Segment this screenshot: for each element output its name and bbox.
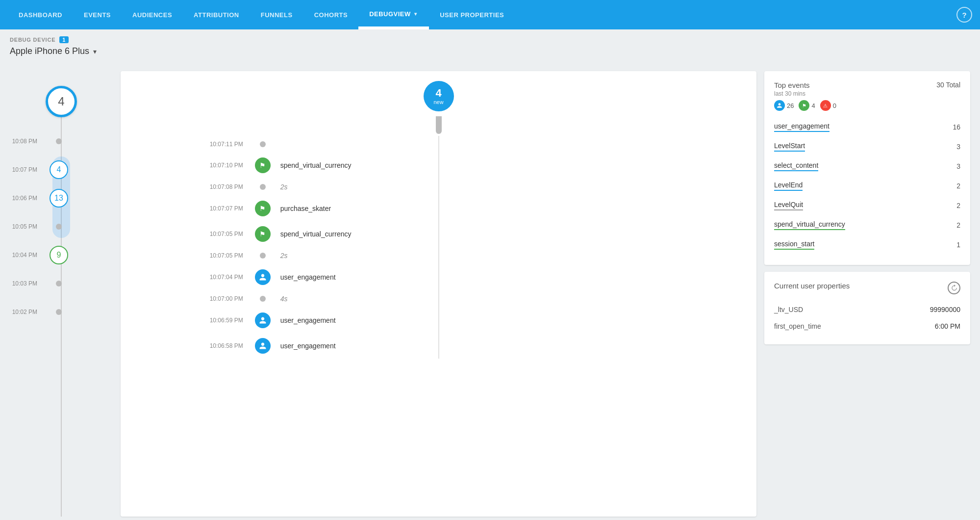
event-row-1[interactable]: 10:07:10 PM ⚑ spend_virtual_currency bbox=[184, 153, 693, 178]
event-row-5: 10:07:05 PM 2s bbox=[184, 247, 693, 264]
top-events-subtitle: last 30 mins bbox=[774, 90, 836, 97]
event-gap-2: 2s bbox=[273, 183, 288, 191]
dot-1002 bbox=[44, 309, 74, 315]
event-icon-2 bbox=[253, 184, 273, 190]
event-icon-8 bbox=[253, 312, 273, 328]
event-icon-3: ⚑ bbox=[253, 226, 273, 242]
event-icon-4: ⚑ bbox=[253, 201, 273, 216]
dot-1008 bbox=[44, 138, 74, 144]
top-event-count-0: 16 bbox=[953, 123, 960, 131]
top-events-header: Top events last 30 mins 26 ⚑ 4 bbox=[774, 81, 960, 111]
nav-audiences[interactable]: AUDIENCES bbox=[122, 0, 183, 29]
timeline-left: 4 10:08 PM 10:07 PM 4 bbox=[10, 71, 113, 517]
event-row-7: 10:07:00 PM 4s bbox=[184, 290, 693, 308]
time-1005: 10:05 PM bbox=[10, 224, 44, 230]
event-gap-5: 2s bbox=[273, 252, 288, 260]
new-bubble: 4 new bbox=[424, 81, 454, 111]
top-event-2[interactable]: select_content 3 bbox=[774, 157, 960, 177]
event-row-6[interactable]: 10:07:04 PM user_engagement bbox=[184, 264, 693, 290]
new-count: 4 bbox=[435, 87, 441, 99]
user-prop-0: _ltv_USD 99990000 bbox=[774, 301, 960, 318]
nav-events[interactable]: EVENTS bbox=[73, 0, 122, 29]
history-icon[interactable] bbox=[948, 282, 960, 294]
time-1007: 10:07 PM bbox=[10, 167, 44, 173]
center-panel[interactable]: 4 new 10:07:11 PM 10:07:10 PM ⚑ s bbox=[121, 71, 756, 517]
top-event-name-0: user_engagement bbox=[774, 122, 829, 132]
event-row-9[interactable]: 10:06:58 PM user_engagement bbox=[184, 333, 693, 359]
user-props-header: Current user properties bbox=[774, 282, 960, 294]
blue-person-icon-6 bbox=[255, 269, 271, 285]
nav-dashboard[interactable]: DASHBOARD bbox=[8, 0, 73, 29]
top-event-0[interactable]: user_engagement 16 bbox=[774, 118, 960, 137]
badge-blue: 26 bbox=[774, 100, 794, 111]
time-1008: 10:08 PM bbox=[10, 138, 44, 144]
top-event-count-3: 2 bbox=[956, 182, 960, 190]
top-event-1[interactable]: LevelStart 3 bbox=[774, 137, 960, 157]
top-event-name-1: LevelStart bbox=[774, 142, 805, 152]
event-icon-1: ⚑ bbox=[253, 157, 273, 173]
green-flag-icon-1: ⚑ bbox=[255, 157, 271, 173]
event-time-8: 10:06:59 PM bbox=[184, 317, 253, 324]
top-event-name-4: LevelQuit bbox=[774, 201, 803, 210]
top-event-4[interactable]: LevelQuit 2 bbox=[774, 196, 960, 216]
top-event-count-4: 2 bbox=[956, 202, 960, 209]
top-event-name-6: session_start bbox=[774, 240, 814, 250]
dot-1006: 13 bbox=[44, 189, 74, 208]
event-row-3[interactable]: 10:07:05 PM ⚑ spend_virtual_currency bbox=[184, 221, 693, 247]
event-row-8[interactable]: 10:06:59 PM user_engagement bbox=[184, 308, 693, 333]
event-icon-9 bbox=[253, 338, 273, 354]
event-name-8: user_engagement bbox=[273, 316, 336, 324]
time-1003: 10:03 PM bbox=[10, 281, 44, 286]
top-events-card: Top events last 30 mins 26 ⚑ 4 bbox=[764, 71, 970, 265]
top-event-count-2: 3 bbox=[956, 162, 960, 170]
top-event-name-2: select_content bbox=[774, 161, 818, 171]
top-event-5[interactable]: spend_virtual_currency 2 bbox=[774, 216, 960, 235]
top-event-count-1: 3 bbox=[956, 143, 960, 151]
event-time-5: 10:07:05 PM bbox=[184, 252, 253, 259]
event-row-4[interactable]: 10:07:07 PM ⚑ purchase_skater bbox=[184, 196, 693, 221]
right-panel: Top events last 30 mins 26 ⚑ 4 bbox=[764, 71, 970, 517]
badge-row: 26 ⚑ 4 ⚠ 0 bbox=[774, 100, 836, 111]
device-dropdown-icon: ▾ bbox=[93, 48, 97, 55]
main-content: 4 10:08 PM 10:07 PM 4 bbox=[0, 63, 980, 520]
event-name-9: user_engagement bbox=[273, 342, 336, 350]
timeline-entry-1008: 10:08 PM bbox=[10, 127, 113, 156]
timeline-entry-1004: 10:04 PM 9 bbox=[10, 241, 113, 269]
prop-value-0: 99990000 bbox=[930, 306, 960, 313]
help-button[interactable]: ? bbox=[956, 7, 972, 23]
badge-red-icon: ⚠ bbox=[820, 100, 831, 111]
blue-person-icon-8 bbox=[255, 312, 271, 328]
timeline-entry-1003: 10:03 PM bbox=[10, 269, 113, 298]
top-event-count-6: 1 bbox=[956, 241, 960, 249]
top-event-3[interactable]: LevelEnd 2 bbox=[774, 177, 960, 196]
timeline-top-circle: 4 bbox=[46, 86, 77, 117]
dot-1005 bbox=[44, 224, 74, 230]
event-time-0: 10:07:11 PM bbox=[184, 141, 253, 148]
nav-cohorts[interactable]: COHORTS bbox=[303, 0, 359, 29]
device-bar: DEBUG DEVICE 1 Apple iPhone 6 Plus ▾ bbox=[0, 29, 980, 63]
center-events: 10:07:11 PM 10:07:10 PM ⚑ spend_virtual_… bbox=[121, 136, 756, 359]
user-properties-card: Current user properties _ltv_USD 9999000… bbox=[764, 272, 970, 344]
event-icon-5 bbox=[253, 253, 273, 259]
top-events-total: 30 Total bbox=[936, 81, 960, 89]
badge-red: ⚠ 0 bbox=[820, 100, 836, 111]
blue-person-icon-9 bbox=[255, 338, 271, 354]
device-selector[interactable]: Apple iPhone 6 Plus ▾ bbox=[10, 46, 970, 56]
prop-name-0: _ltv_USD bbox=[774, 306, 803, 313]
nav-user-properties[interactable]: USER PROPERTIES bbox=[429, 0, 515, 29]
top-event-name-3: LevelEnd bbox=[774, 181, 803, 191]
event-name-3: spend_virtual_currency bbox=[273, 230, 352, 238]
event-name-4: purchase_skater bbox=[273, 205, 331, 212]
debug-device-badge: 1 bbox=[59, 36, 69, 43]
event-icon-7 bbox=[253, 296, 273, 302]
prop-value-1: 6:00 PM bbox=[935, 322, 960, 330]
event-time-1: 10:07:10 PM bbox=[184, 162, 253, 169]
badge-blue-icon bbox=[774, 100, 785, 111]
event-row-0: 10:07:11 PM bbox=[184, 136, 693, 153]
nav-attribution[interactable]: ATTRIBUTION bbox=[183, 0, 250, 29]
event-time-6: 10:07:04 PM bbox=[184, 274, 253, 281]
top-event-6[interactable]: session_start 1 bbox=[774, 235, 960, 255]
nav-funnels[interactable]: FUNNELS bbox=[250, 0, 303, 29]
dot-1003 bbox=[44, 281, 74, 286]
nav-debugview[interactable]: DEBUGVIEW ▼ bbox=[358, 0, 429, 29]
